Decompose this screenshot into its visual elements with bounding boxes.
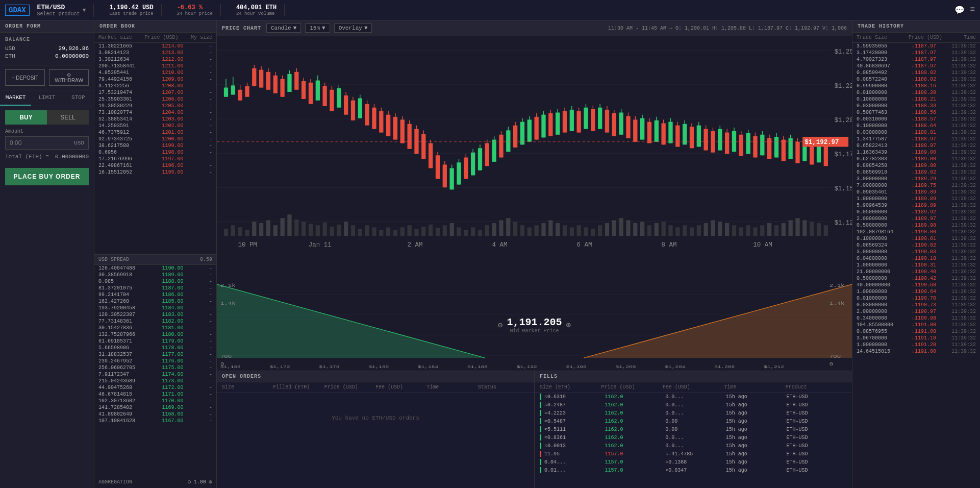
th-price: ↓1190.40 — [896, 269, 936, 275]
order-book-bid-row: 132.752879661180.00- — [94, 331, 216, 338]
list-item: 0.50000000 ↓1189.98 11:39:32 — [852, 222, 980, 229]
pair-section[interactable]: ETH/USD Select product ▼ — [37, 4, 94, 17]
svg-rect-74 — [605, 223, 609, 236]
list-item: 3.00000000 ↓1189.29 11:39:32 — [852, 176, 980, 182]
th-size: 3.59935056 — [857, 43, 896, 49]
bid-size: 44.90475268 — [98, 385, 139, 391]
svg-rect-68 — [563, 225, 567, 236]
bid-mysize: - — [197, 385, 212, 391]
last-trade-stat: 1,190.42 USD Last trade price — [102, 4, 161, 16]
svg-rect-57 — [485, 225, 489, 236]
fill-price: 1162.0 — [605, 435, 666, 441]
ask-price: 1212.00 — [153, 57, 184, 62]
th-size: 0.03000000 — [857, 103, 896, 109]
th-price: ↓1189.00 — [896, 150, 936, 155]
agg-plus-button[interactable]: ⊕ — [209, 478, 212, 486]
ask-size: 16.15512052 — [98, 169, 139, 175]
ask-size: 25.35903361 — [98, 96, 139, 102]
th-price: ↓1187.97 — [896, 50, 936, 56]
svg-rect-103 — [810, 222, 814, 236]
col-size: Size — [222, 384, 273, 390]
order-book-ask-row: 79.449241561209.00- — [94, 76, 216, 83]
svg-rect-231 — [662, 123, 666, 144]
timeframe-dropdown[interactable]: 15m ▼ — [305, 23, 330, 33]
svg-rect-60 — [506, 218, 510, 236]
bid-size: 256.06062705 — [98, 365, 139, 371]
svg-rect-207 — [577, 111, 581, 133]
tab-market[interactable]: MARKET — [0, 90, 31, 106]
svg-rect-111 — [238, 90, 242, 101]
svg-rect-117 — [259, 70, 263, 88]
ask-size: 3.08214123 — [98, 50, 139, 56]
sell-button[interactable]: SELL — [47, 110, 89, 125]
th-size: 2.00000000 — [857, 216, 896, 222]
th-time: 11:39:32 — [936, 309, 976, 314]
svg-rect-243 — [704, 129, 708, 151]
place-buy-order-button[interactable]: PLACE BUY ORDER — [5, 168, 89, 185]
zoom-out-button[interactable]: ⊖ — [498, 320, 503, 330]
agg-minus-button[interactable]: ⊖ — [188, 478, 191, 486]
bid-price: 1189.00 — [153, 272, 184, 278]
candle-dropdown[interactable]: Candle ▼ — [266, 23, 301, 33]
bid-size: 30.38569918 — [98, 272, 139, 278]
fill-price: 1162.0 — [605, 402, 666, 408]
ask-mysize: - — [197, 123, 212, 129]
th-price: ↓1188.97 — [896, 136, 936, 142]
th-price: ↓1190.18 — [896, 256, 936, 261]
svg-rect-101 — [795, 218, 799, 236]
svg-text:10 AM: 10 AM — [753, 241, 772, 249]
th-price: ↓1191.08 — [896, 329, 936, 334]
list-item: 3.59935056 ↓1187.97 11:39:32 — [852, 43, 980, 50]
list-item: 14.64515815 ↓1191.00 11:39:32 — [852, 348, 980, 355]
amount-input[interactable] — [10, 139, 74, 147]
amount-label: Amount — [5, 129, 89, 134]
menu-icon[interactable]: ≡ — [970, 5, 975, 15]
open-orders-columns: Size Filled (ETH) Price (USD) Fee (USD) … — [217, 382, 534, 393]
fill-fee: ≈-41.4785 — [665, 451, 726, 457]
th-size: 3.00000000 — [857, 249, 896, 255]
amount-input-container[interactable]: USD — [5, 136, 89, 150]
th-time: 11:39:32 — [936, 163, 976, 168]
fill-size: 0.01... — [544, 468, 605, 473]
bid-price: 1176.00 — [153, 358, 184, 364]
bid-price: 1185.00 — [153, 299, 184, 304]
list-item: ≈0.8361 1162.0 0.0... 15h ago ETH-USD — [535, 433, 852, 442]
withdraw-button[interactable]: ⊖ WITHDRAW — [49, 69, 89, 86]
tab-stop[interactable]: STOP — [63, 90, 94, 106]
th-size: 0.04800000 — [857, 256, 896, 261]
th-time: 11:39:32 — [936, 335, 976, 341]
tab-limit[interactable]: LIMIT — [31, 90, 62, 106]
th-size: 0.99900000 — [857, 83, 896, 89]
chat-icon[interactable]: 💬 — [954, 5, 965, 15]
svg-text:$1,188: $1,188 — [467, 364, 488, 369]
svg-text:700: 700 — [830, 354, 841, 359]
fill-product: ETH-USD — [786, 410, 847, 416]
svg-rect-223 — [633, 119, 637, 141]
ask-price: 1197.00 — [153, 156, 184, 162]
svg-rect-131 — [309, 83, 313, 104]
th-size: 0.62782303 — [857, 156, 896, 162]
deposit-button[interactable]: + DEPOSIT — [5, 69, 45, 86]
list-item: ≈5.5111 1162.0 0.00 15h ago ETH-USD — [535, 425, 852, 433]
ask-price: 1195.00 — [153, 169, 184, 175]
svg-rect-125 — [287, 74, 291, 92]
order-book-bid-row: 102.307136021170.00- — [94, 398, 216, 404]
ask-size: 17.53219474 — [98, 90, 139, 95]
buy-button[interactable]: BUY — [5, 110, 47, 125]
bid-mysize: - — [197, 338, 212, 344]
svg-text:8 AM: 8 AM — [662, 241, 677, 249]
svg-rect-36 — [337, 225, 341, 236]
th-size: 1.00000000 — [857, 289, 896, 295]
svg-text:$1,192.97: $1,192.97 — [805, 139, 839, 146]
list-item: 0.08599492 ↓1188.02 11:39:32 — [852, 69, 980, 76]
svg-rect-257 — [753, 136, 757, 158]
bid-price: 1177.00 — [153, 352, 184, 357]
svg-rect-92 — [732, 225, 736, 236]
zoom-in-button[interactable]: ⊕ — [566, 320, 571, 330]
overlay-dropdown[interactable]: Overlay ▼ — [334, 23, 372, 33]
bid-price: 1170.00 — [153, 398, 184, 404]
list-item: 0.62782303 ↓1189.00 11:39:32 — [852, 156, 980, 162]
bid-price: 1167.00 — [153, 418, 184, 424]
list-item: 0.50000000 ↓1190.42 11:39:32 — [852, 275, 980, 282]
open-orders-title: OPEN ORDERS — [217, 371, 534, 382]
